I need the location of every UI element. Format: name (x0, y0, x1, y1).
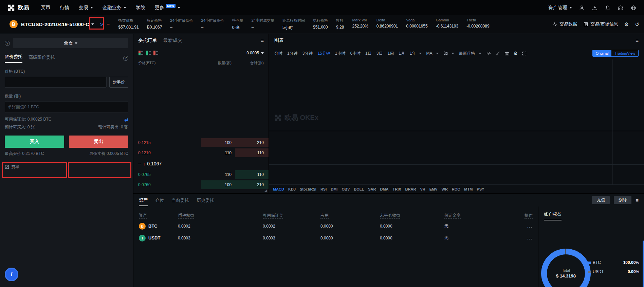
amount-input[interactable] (5, 102, 128, 112)
ask-price[interactable]: 0.1210 (138, 150, 194, 155)
timeframe-option[interactable]: 1年 (410, 51, 416, 56)
timeframe-option[interactable]: 3分钟 (302, 51, 313, 56)
price-mode-select[interactable]: 最新价格 (459, 51, 481, 56)
tick-size-select[interactable]: 0.0005 (246, 51, 264, 55)
resize-handle-icon[interactable]: ◢ (264, 188, 267, 193)
indicator-option[interactable]: BRAR (405, 187, 416, 191)
indicator-option[interactable]: PSY (477, 187, 484, 191)
buy-button[interactable]: 买入 (5, 136, 64, 148)
indicator-option[interactable]: BOLL (354, 187, 364, 191)
indicator-option-active[interactable]: MACD (273, 187, 284, 191)
fullscreen-icon[interactable] (522, 51, 527, 56)
nav-more[interactable]: 更多NEW (155, 5, 180, 11)
indicator-option[interactable]: TRIX (393, 187, 401, 191)
indicator-option[interactable]: SAR (368, 187, 376, 191)
transfer-button[interactable]: 划转 (614, 196, 631, 204)
chart-canvas[interactable]: 欧易 OKEx (269, 59, 644, 184)
user-icon[interactable] (579, 5, 585, 11)
nav-markets[interactable]: 行情 (60, 5, 69, 11)
timeframe-option[interactable]: 1日 (365, 51, 372, 56)
bid-row[interactable]: 0.0760 100 210 (133, 180, 269, 190)
drawing-tools-icon[interactable] (495, 51, 500, 56)
margin-mode-select[interactable]: 全仓 (13, 38, 128, 48)
chart-settings-gear-icon[interactable]: ⚙ (514, 51, 518, 56)
timeframe-option[interactable]: 1小时 (335, 51, 346, 56)
panel-menu-icon[interactable]: ≡ (636, 38, 639, 43)
tab-order-history[interactable]: 历史委托 (197, 194, 214, 206)
reset-layout-icon[interactable]: ↺ (635, 22, 639, 27)
indicator-option[interactable]: EMV (429, 187, 438, 191)
indicator-option[interactable]: VR (420, 187, 425, 191)
indicator-option[interactable]: ROC (452, 187, 460, 191)
tab-order-book[interactable]: 委托订单 (138, 37, 157, 43)
notifications-bell-icon[interactable] (605, 5, 611, 11)
fee-link[interactable]: 费率 (5, 164, 128, 170)
last-price-row[interactable]: -- ↓ 0.1067 (133, 158, 269, 169)
counterparty-price-button[interactable]: 对手价 (109, 77, 128, 88)
bid-price[interactable]: 0.0765 (138, 172, 194, 177)
toggle-original[interactable]: Original (593, 50, 612, 56)
indicator-option[interactable]: DMI (331, 187, 337, 191)
timeframe-option[interactable]: 1周 (387, 51, 394, 56)
candle-style-select[interactable] (443, 51, 454, 56)
tab-open-orders[interactable]: 当前委托 (171, 194, 189, 206)
help-icon[interactable]: ? (5, 41, 10, 46)
row-actions-menu[interactable]: ... (517, 236, 533, 240)
brand[interactable]: 欧易 (7, 4, 29, 12)
indicator-option[interactable]: RSI (320, 187, 327, 191)
screenshot-camera-icon[interactable] (504, 51, 510, 56)
indicator-option[interactable]: KDJ (288, 187, 296, 191)
download-icon[interactable] (592, 5, 598, 11)
depth-view-both-icon[interactable] (138, 50, 144, 56)
indicator-option[interactable]: WR (442, 187, 448, 191)
support-headset-icon[interactable] (618, 5, 624, 11)
indicator-option[interactable]: MTM (464, 187, 473, 191)
tab-positions[interactable]: 仓位 (155, 194, 164, 206)
price-input[interactable] (5, 77, 107, 88)
toggle-tradingview[interactable]: TradingView (611, 50, 638, 56)
timeframe-option[interactable]: 6小时 (350, 51, 361, 56)
timeframe-option[interactable]: 3日 (376, 51, 383, 56)
account-equity-title[interactable]: 账户权益 (544, 211, 562, 220)
timeframe-option-active[interactable]: 15分钟 (317, 51, 330, 56)
nav-assets[interactable]: 资产管理 (548, 5, 572, 11)
depth-view-bids-icon[interactable] (146, 50, 151, 56)
settings-gear-icon[interactable]: ⚙ (624, 22, 629, 27)
tab-advanced-limit-order[interactable]: 高级限价委托 (29, 54, 55, 63)
help-icon[interactable]: ? (123, 56, 128, 61)
ask-row[interactable]: 0.1210 110 110 (133, 148, 269, 158)
nav-finance[interactable]: 金融业务 (103, 5, 126, 11)
line-chart-icon[interactable] (486, 51, 491, 56)
panel-menu-icon[interactable]: ≡ (636, 198, 639, 203)
indicator-option[interactable]: OBV (342, 187, 350, 191)
ma-select[interactable]: MA (426, 51, 439, 56)
bid-price[interactable]: 0.0760 (138, 182, 194, 187)
ask-row[interactable]: 0.1215 100 210 (133, 138, 269, 148)
chevron-down-icon[interactable] (91, 23, 94, 25)
chevron-down-icon[interactable] (419, 53, 422, 54)
bid-row[interactable]: 0.0765 110 110 (133, 169, 269, 180)
scrollbar-thumb[interactable] (643, 240, 644, 287)
depth-view-asks-icon[interactable] (153, 50, 159, 56)
timeframe-option[interactable]: 1月 (399, 51, 405, 56)
nav-trade[interactable]: 交易 (79, 5, 93, 11)
transfer-icon[interactable]: ⇄ (124, 117, 128, 122)
tab-assets[interactable]: 资产 (139, 194, 148, 206)
contract-symbol[interactable]: BTCUSD-20210419-51000-C (21, 21, 89, 27)
trade-data-link[interactable]: 交易数据 (552, 21, 577, 27)
timeframe-option[interactable]: 分时 (274, 51, 282, 56)
panel-menu-icon[interactable]: ≡ (261, 38, 264, 43)
nav-buy-crypto[interactable]: 买币 (41, 5, 50, 11)
market-info-link[interactable]: 交易/市场信息 (583, 21, 618, 27)
tab-limit-order[interactable]: 限价委托 (5, 54, 22, 63)
sell-button[interactable]: 卖出 (69, 136, 128, 148)
indicator-option[interactable]: StochRSI (300, 187, 316, 191)
language-globe-icon[interactable] (630, 5, 637, 11)
indicator-option[interactable]: DMA (380, 187, 388, 191)
deposit-button[interactable]: 充值 (592, 196, 610, 204)
row-actions-menu[interactable]: ... (517, 224, 533, 229)
nav-academy[interactable]: 学院 (136, 5, 145, 11)
help-info-button[interactable]: i (5, 268, 18, 281)
tab-recent-trades[interactable]: 最新成交 (163, 37, 182, 43)
ask-price[interactable]: 0.1215 (138, 140, 194, 145)
